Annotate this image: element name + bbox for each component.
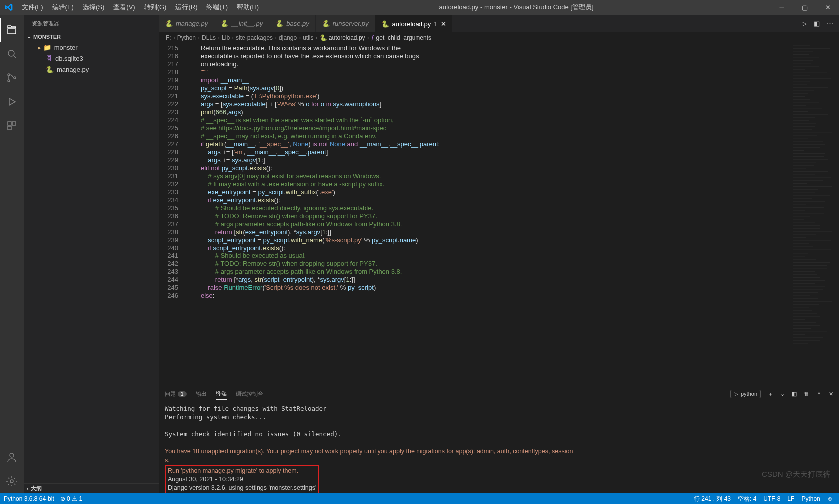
svg-point-8: [10, 480, 13, 483]
panel-tab[interactable]: 问题1: [165, 388, 187, 400]
breadcrumb[interactable]: F:›Python›DLLs›Lib›site-packages›django›…: [159, 32, 839, 43]
split-editor-icon[interactable]: ◧: [814, 20, 820, 27]
status-item[interactable]: Python: [801, 495, 820, 502]
menu-item[interactable]: 终端(T): [202, 1, 232, 14]
folder-icon: ▸ 📁: [38, 44, 51, 51]
run-debug-icon[interactable]: [0, 90, 24, 114]
breadcrumb-item[interactable]: Lib: [222, 34, 230, 41]
breadcrumb-item[interactable]: django: [279, 34, 297, 41]
chevron-right-icon: ›: [27, 486, 29, 492]
chevron-right-icon: ›: [218, 34, 220, 41]
editor-tab[interactable]: 🐍__init__.py: [214, 15, 269, 32]
chevron-right-icon: ›: [173, 34, 175, 41]
status-item[interactable]: LF: [787, 495, 794, 502]
new-terminal-icon[interactable]: ＋: [768, 390, 773, 398]
svg-point-7: [10, 453, 14, 457]
editor-tabs: 🐍manage.py🐍__init__.py🐍base.py🐍runserver…: [159, 15, 839, 32]
code-editor[interactable]: 215 216 217 218 219 220 221 222 223 224 …: [159, 43, 791, 386]
titlebar: 文件(F)编辑(E)选择(S)查看(V)转到(G)运行(R)终端(T)帮助(H)…: [0, 0, 839, 15]
svg-rect-6: [8, 126, 11, 130]
sidebar-title: 资源管理器 ⋯: [24, 15, 159, 32]
more-icon[interactable]: ⋯: [827, 20, 833, 27]
window-title: autoreload.py - monster - Visual Studio …: [263, 3, 770, 12]
panel-tab[interactable]: 终端: [216, 388, 227, 400]
status-item[interactable]: ⊘ 0 ⚠ 1: [60, 495, 82, 502]
chevron-right-icon: ›: [299, 34, 301, 41]
menu-item[interactable]: 运行(R): [171, 1, 201, 14]
explorer-item[interactable]: 🗄db.sqlite3: [24, 53, 159, 64]
breadcrumb-item[interactable]: utils: [303, 34, 313, 41]
maximize-panel-icon[interactable]: ＾: [816, 390, 822, 398]
source-control-icon[interactable]: [0, 66, 24, 90]
window-controls: ─ ▢ ✕: [770, 0, 839, 15]
close-tab-icon[interactable]: ✕: [441, 20, 446, 28]
search-view-icon[interactable]: [0, 42, 24, 66]
menu-item[interactable]: 查看(V): [109, 1, 139, 14]
panel-tabs: 问题1输出终端调试控制台 ▷ python ＋ ⌄ ◧ 🗑 ＾ ✕: [159, 386, 839, 401]
shell-selector[interactable]: ▷ python: [730, 390, 761, 398]
sidebar: 资源管理器 ⋯ ⌄ MONSTER ▸ 📁monster🗄db.sqlite3🐍…: [24, 15, 159, 493]
breadcrumb-item[interactable]: F:: [166, 34, 171, 41]
chevron-right-icon: ›: [232, 34, 234, 41]
menu-item[interactable]: 文件(F): [18, 1, 47, 14]
svg-point-2: [8, 80, 10, 82]
python-icon: 🐍: [275, 20, 283, 27]
svg-rect-5: [12, 122, 16, 125]
breadcrumb-item[interactable]: site-packages: [236, 34, 273, 41]
svg-rect-4: [8, 122, 11, 125]
status-item[interactable]: ☺: [827, 495, 833, 502]
chevron-right-icon: ›: [367, 34, 369, 41]
status-item[interactable]: Python 3.6.8 64-bit: [4, 495, 54, 502]
breadcrumb-item[interactable]: Python: [177, 34, 196, 41]
editor-tab[interactable]: 🐍base.py: [269, 15, 316, 32]
explorer-view-icon[interactable]: [0, 18, 24, 42]
tab-label: runserver.py: [333, 20, 369, 27]
panel-tab[interactable]: 输出: [196, 388, 207, 400]
breadcrumb-item[interactable]: 🐍 autoreload.py: [320, 34, 365, 41]
chevron-down-icon[interactable]: ⌄: [780, 391, 785, 397]
more-icon[interactable]: ⋯: [145, 20, 151, 27]
status-item[interactable]: 行 241 , 列 43: [694, 495, 731, 503]
status-item[interactable]: UTF-8: [763, 495, 780, 502]
status-item[interactable]: 空格: 4: [738, 495, 756, 503]
breadcrumb-item[interactable]: ƒ get_child_arguments: [371, 34, 431, 41]
panel-toolbar: ▷ python ＋ ⌄ ◧ 🗑 ＾ ✕: [730, 390, 833, 398]
statusbar: Python 3.6.8 64-bit⊘ 0 ⚠ 1 行 241 , 列 43空…: [0, 493, 839, 504]
editor-tab[interactable]: 🐍manage.py: [159, 15, 214, 32]
editor-tab[interactable]: 🐍runserver.py: [316, 15, 375, 32]
split-terminal-icon[interactable]: ◧: [792, 391, 797, 397]
menubar: 文件(F)编辑(E)选择(S)查看(V)转到(G)运行(R)终端(T)帮助(H): [18, 1, 263, 14]
editor-tab[interactable]: 🐍autoreload.py 1 ✕: [375, 15, 453, 32]
run-icon[interactable]: ▷: [802, 20, 807, 27]
menu-item[interactable]: 选择(S): [79, 1, 108, 14]
tab-label: __init__.py: [231, 20, 263, 27]
explorer-item[interactable]: ▸ 📁monster: [24, 42, 159, 53]
code-content[interactable]: Return the executable. This contains a w…: [186, 43, 791, 386]
folder-root[interactable]: ⌄ MONSTER: [24, 32, 159, 41]
chevron-right-icon: ›: [316, 34, 318, 41]
close-button[interactable]: ✕: [816, 0, 839, 15]
badge: 1: [178, 391, 187, 397]
minimize-button[interactable]: ─: [770, 0, 793, 15]
settings-icon[interactable]: [0, 469, 24, 493]
svg-point-3: [14, 77, 16, 79]
maximize-button[interactable]: ▢: [793, 0, 816, 15]
outline-section[interactable]: › 大纲: [24, 483, 159, 493]
database-icon: 🗄: [46, 55, 52, 62]
menu-item[interactable]: 帮助(H): [233, 1, 263, 14]
minimap[interactable]: [791, 43, 839, 386]
explorer-item[interactable]: 🐍manage.py: [24, 64, 159, 75]
terminal[interactable]: Watching for file changes with StatReloa…: [159, 401, 839, 493]
accounts-icon[interactable]: [0, 445, 24, 469]
panel-tab[interactable]: 调试控制台: [236, 388, 263, 400]
python-icon: 🐍: [220, 20, 228, 27]
menu-item[interactable]: 编辑(E): [48, 1, 78, 14]
explorer-item-label: manage.py: [57, 66, 89, 73]
menu-item[interactable]: 转到(G): [140, 1, 171, 14]
breadcrumb-item[interactable]: DLLs: [202, 34, 216, 41]
activity-bar: [0, 15, 24, 493]
explorer-item-label: monster: [54, 44, 78, 51]
extensions-icon[interactable]: [0, 114, 24, 138]
close-panel-icon[interactable]: ✕: [829, 391, 833, 397]
trash-icon[interactable]: 🗑: [804, 391, 809, 397]
